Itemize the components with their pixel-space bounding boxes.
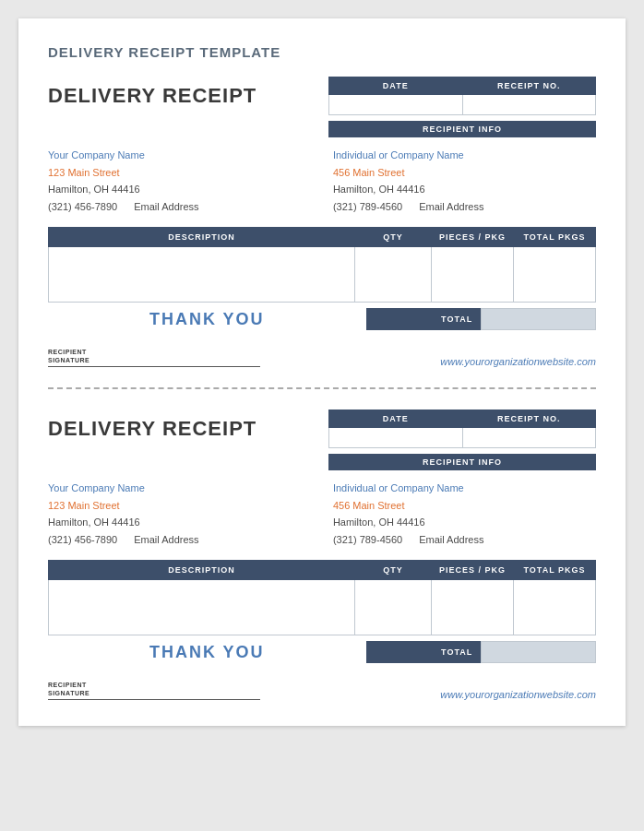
sender-city-1: Hamilton, OH 44416 — [48, 181, 311, 198]
footer-row-2: THANK YOU TOTAL — [48, 635, 596, 670]
desc-cell-1[interactable] — [49, 246, 355, 302]
table-row-1 — [49, 246, 596, 302]
date-header-1: DATE — [329, 77, 463, 95]
sender-street-2: 123 Main Street — [48, 497, 311, 515]
recipient-email-2: Email Address — [419, 531, 483, 549]
total-value-2[interactable] — [481, 641, 596, 663]
sender-city-2: Hamilton, OH 44416 — [48, 514, 311, 531]
col-total-pkgs-1: TOTAL PKGS — [514, 227, 596, 246]
recipient-city-1: Hamilton, OH 44416 — [333, 181, 596, 198]
page-title: DELIVERY RECEIPT TEMPLATE — [48, 44, 596, 60]
total-label-2: TOTAL — [366, 641, 482, 663]
sig-line-1[interactable] — [48, 366, 260, 367]
recipient-info-header-2: RECIPIENT INFO — [328, 454, 596, 470]
date-value-1[interactable] — [329, 95, 463, 115]
divider — [48, 387, 596, 389]
col-qty-1: QTY — [355, 227, 432, 246]
sender-email-1: Email Address — [134, 198, 198, 216]
sender-company-1: Your Company Name — [48, 147, 311, 164]
sender-street-1: 123 Main Street — [48, 164, 311, 182]
sender-phone-row-2: (321) 456-7890 Email Address — [48, 531, 311, 549]
recipient-phone-1: (321) 789-4560 — [333, 198, 402, 216]
receipt-no-value-1[interactable] — [462, 95, 596, 115]
receipt-top-1: DELIVERY RECEIPT DATE RECEIPT NO. — [48, 77, 596, 137]
col-description-2: DESCRIPTION — [49, 560, 355, 579]
date-receipt-table-2: DATE RECEIPT NO. — [328, 410, 596, 448]
thank-you-cell-2: THANK YOU — [48, 635, 366, 670]
recipient-email-1: Email Address — [419, 198, 483, 216]
total-cell-2[interactable] — [514, 579, 596, 635]
qty-cell-1[interactable] — [355, 246, 432, 302]
date-receipt-container-2: DATE RECEIPT NO. RECIPIENT INFO — [328, 410, 596, 470]
receipt-1: DELIVERY RECEIPT DATE RECEIPT NO. — [48, 77, 596, 367]
pkg-cell-2[interactable] — [432, 579, 514, 635]
date-receipt-container-1: DATE RECEIPT NO. RECIPIENT INFO — [328, 77, 596, 137]
recipient-company-1: Individual or Company Name — [333, 147, 596, 164]
recipient-street-2: 456 Main Street — [333, 497, 596, 515]
pkg-cell-1[interactable] — [432, 246, 514, 302]
recipient-address-2: Individual or Company Name 456 Main Stre… — [333, 480, 596, 549]
sender-company-2: Your Company Name — [48, 480, 311, 497]
addresses-row-2: Your Company Name 123 Main Street Hamilt… — [48, 480, 596, 549]
col-qty-2: QTY — [355, 560, 432, 579]
col-pieces-pkg-1: PIECES / PKG — [432, 227, 514, 246]
signature-row-1: RECIPIENT SIGNATURE www.yourorganization… — [48, 348, 596, 367]
recipient-company-2: Individual or Company Name — [333, 480, 596, 497]
sender-phone-row-1: (321) 456-7890 Email Address — [48, 198, 311, 216]
website-2: www.yourorganizationwebsite.com — [440, 689, 596, 700]
receipt-no-header-2: RECEIPT NO. — [462, 410, 596, 427]
recipient-phone-row-1: (321) 789-4560 Email Address — [333, 198, 596, 216]
items-table-2: DESCRIPTION QTY PIECES / PKG TOTAL PKGS — [48, 560, 596, 635]
recipient-info-header-1: RECIPIENT INFO — [328, 121, 596, 137]
signature-row-2: RECIPIENT SIGNATURE www.yourorganization… — [48, 681, 596, 700]
sig-left-2: RECIPIENT SIGNATURE — [48, 681, 260, 700]
thank-you-text-1: THANK YOU — [149, 310, 265, 328]
date-header-2: DATE — [329, 410, 463, 427]
total-label-1: TOTAL — [366, 308, 482, 330]
col-pieces-pkg-2: PIECES / PKG — [432, 560, 514, 579]
footer-row-1: THANK YOU TOTAL — [48, 303, 596, 337]
sig-line-2[interactable] — [48, 699, 260, 700]
receipt-title-2: DELIVERY RECEIPT — [48, 410, 256, 441]
total-row-right-2: TOTAL — [366, 641, 596, 663]
sender-phone-2: (321) 456-7890 — [48, 531, 117, 549]
col-total-pkgs-2: TOTAL PKGS — [514, 560, 596, 579]
website-1: www.yourorganizationwebsite.com — [440, 356, 596, 367]
table-row-2 — [49, 579, 596, 635]
addresses-row-1: Your Company Name 123 Main Street Hamilt… — [48, 147, 596, 216]
thank-you-cell-1: THANK YOU — [48, 303, 366, 337]
recipient-address-1: Individual or Company Name 456 Main Stre… — [333, 147, 596, 216]
recipient-city-2: Hamilton, OH 44416 — [333, 514, 596, 531]
sender-phone-1: (321) 456-7890 — [48, 198, 117, 216]
qty-cell-2[interactable] — [355, 579, 432, 635]
receipt-top-2: DELIVERY RECEIPT DATE RECEIPT NO. — [48, 410, 596, 470]
sig-label-2: RECIPIENT SIGNATURE — [48, 681, 260, 697]
date-receipt-table-1: DATE RECEIPT NO. — [328, 77, 596, 115]
thank-you-text-2: THANK YOU — [149, 643, 265, 661]
sender-address-1: Your Company Name 123 Main Street Hamilt… — [48, 147, 311, 216]
receipt-no-value-2[interactable] — [462, 427, 596, 447]
sig-label-1: RECIPIENT SIGNATURE — [48, 348, 260, 364]
sig-left-1: RECIPIENT SIGNATURE — [48, 348, 260, 367]
desc-cell-2[interactable] — [49, 579, 355, 635]
sender-address-2: Your Company Name 123 Main Street Hamilt… — [48, 480, 311, 549]
receipt-title-1: DELIVERY RECEIPT — [48, 77, 256, 108]
recipient-phone-row-2: (321) 789-4560 Email Address — [333, 531, 596, 549]
recipient-street-1: 456 Main Street — [333, 164, 596, 182]
items-table-1: DESCRIPTION QTY PIECES / PKG TOTAL PKGS — [48, 227, 596, 303]
col-description-1: DESCRIPTION — [49, 227, 355, 246]
date-value-2[interactable] — [329, 427, 463, 447]
recipient-phone-2: (321) 789-4560 — [333, 531, 402, 549]
receipt-no-header-1: RECEIPT NO. — [462, 77, 596, 95]
total-cell-1[interactable] — [514, 246, 596, 302]
total-row-right-1: TOTAL — [366, 308, 596, 330]
total-value-1[interactable] — [481, 308, 596, 330]
receipt-2: DELIVERY RECEIPT DATE RECEIPT NO. — [48, 410, 596, 700]
page: DELIVERY RECEIPT TEMPLATE DELIVERY RECEI… — [18, 18, 626, 726]
sender-email-2: Email Address — [134, 531, 198, 549]
